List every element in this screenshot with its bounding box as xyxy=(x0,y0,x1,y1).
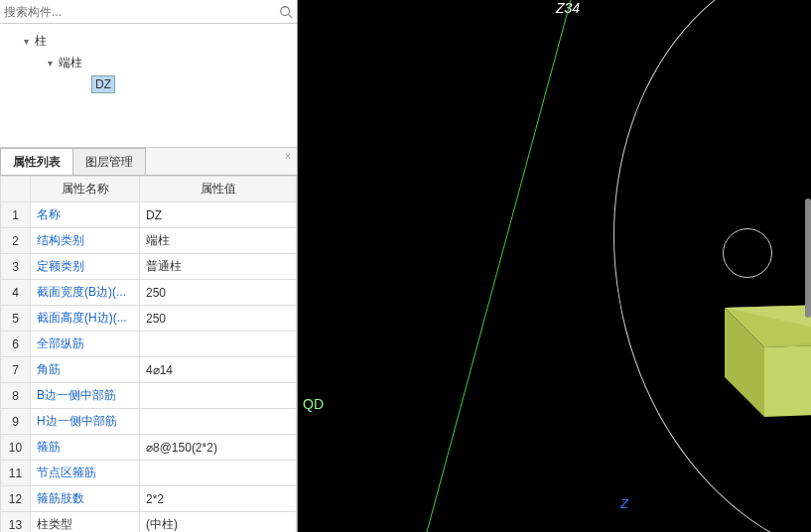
property-name[interactable]: 截面高度(H边)(... xyxy=(31,306,140,332)
property-name: 柱类型 xyxy=(31,512,140,533)
property-value[interactable]: 普通柱 xyxy=(140,254,297,280)
property-value[interactable] xyxy=(140,383,297,409)
properties-table-wrap: 属性名称 属性值 1名称DZ2结构类别端柱3定额类别普通柱4截面宽度(B边)(.… xyxy=(0,176,297,532)
row-index: 7 xyxy=(1,357,31,383)
table-row[interactable]: 1名称DZ xyxy=(1,202,297,228)
property-name[interactable]: 箍筋肢数 xyxy=(31,486,140,512)
left-panel: ▾柱▾端柱DZ × 属性列表 图层管理 属性名称 属性值 1名称DZ2结构类别端… xyxy=(0,0,298,532)
row-index: 6 xyxy=(1,332,31,357)
svg-marker-5 xyxy=(764,337,811,417)
3d-viewport[interactable]: Z34 QD Z xyxy=(298,0,811,532)
property-value[interactable]: 250 xyxy=(140,280,297,306)
property-value[interactable]: 2*2 xyxy=(140,486,297,512)
svg-line-1 xyxy=(289,14,293,18)
panel-tabs: 属性列表 图层管理 xyxy=(0,148,297,176)
property-name[interactable]: 箍筋 xyxy=(31,435,140,461)
tree-item[interactable]: DZ xyxy=(4,73,293,95)
close-icon[interactable]: × xyxy=(281,149,295,163)
tree-toggle-icon[interactable]: ▾ xyxy=(20,36,32,47)
viewport-scrollbar[interactable] xyxy=(805,199,811,318)
properties-table: 属性名称 属性值 1名称DZ2结构类别端柱3定额类别普通柱4截面宽度(B边)(.… xyxy=(0,176,297,532)
axis-label-z: Z xyxy=(620,496,628,511)
property-value[interactable]: (中柱) xyxy=(140,512,297,533)
search-icon[interactable] xyxy=(279,5,293,19)
property-value[interactable]: DZ xyxy=(140,202,297,228)
table-row[interactable]: 10箍筋⌀8@150(2*2) xyxy=(1,435,297,461)
property-value[interactable] xyxy=(140,332,297,357)
component-tree: ▾柱▾端柱DZ xyxy=(0,24,297,148)
svg-point-0 xyxy=(281,6,290,15)
property-name[interactable]: 结构类别 xyxy=(31,228,140,254)
table-row[interactable]: 2结构类别端柱 xyxy=(1,228,297,254)
row-index: 8 xyxy=(1,383,31,409)
table-row[interactable]: 7角筋4⌀14 xyxy=(1,357,297,383)
table-row[interactable]: 4截面宽度(B边)(...250 xyxy=(1,280,297,306)
svg-line-2 xyxy=(427,0,571,532)
property-name[interactable]: 名称 xyxy=(31,202,140,228)
row-index: 11 xyxy=(1,461,31,486)
table-row[interactable]: 8B边一侧中部筋 xyxy=(1,383,297,409)
search-input[interactable] xyxy=(4,5,279,19)
tab-properties[interactable]: 属性列表 xyxy=(0,148,73,175)
property-name[interactable]: H边一侧中部筋 xyxy=(31,409,140,435)
row-index: 10 xyxy=(1,435,31,461)
property-value[interactable]: ⌀8@150(2*2) xyxy=(140,435,297,461)
row-index: 9 xyxy=(1,409,31,435)
property-name[interactable]: 截面宽度(B边)(... xyxy=(31,280,140,306)
table-row[interactable]: 6全部纵筋 xyxy=(1,332,297,357)
row-index: 3 xyxy=(1,254,31,280)
property-value[interactable] xyxy=(140,461,297,486)
property-value[interactable]: 250 xyxy=(140,306,297,332)
row-index: 13 xyxy=(1,512,31,533)
col-index-header xyxy=(1,177,31,202)
foundation-slab xyxy=(715,288,811,457)
tree-toggle-icon[interactable]: ▾ xyxy=(44,58,56,68)
tree-item-label: DZ xyxy=(91,75,115,93)
property-name[interactable]: 全部纵筋 xyxy=(31,332,140,357)
property-name[interactable]: B边一侧中部筋 xyxy=(31,383,140,409)
table-row[interactable]: 12箍筋肢数2*2 xyxy=(1,486,297,512)
search-bar xyxy=(0,0,297,24)
table-row[interactable]: 11节点区箍筋 xyxy=(1,461,297,486)
row-index: 4 xyxy=(1,280,31,306)
table-row[interactable]: 3定额类别普通柱 xyxy=(1,254,297,280)
tree-item[interactable]: ▾柱 xyxy=(4,30,293,52)
property-value[interactable] xyxy=(140,409,297,435)
row-index: 12 xyxy=(1,486,31,512)
property-value[interactable]: 端柱 xyxy=(140,228,297,254)
table-row[interactable]: 5截面高度(H边)(...250 xyxy=(1,306,297,332)
tree-item-label: 端柱 xyxy=(56,54,85,72)
col-value-header: 属性值 xyxy=(140,177,297,202)
col-name-header: 属性名称 xyxy=(31,177,140,202)
table-row[interactable]: 13柱类型(中柱) xyxy=(1,512,297,533)
property-name[interactable]: 角筋 xyxy=(31,357,140,383)
row-index: 5 xyxy=(1,306,31,332)
tree-item-label: 柱 xyxy=(32,32,50,51)
property-value[interactable]: 4⌀14 xyxy=(140,357,297,383)
tab-layers[interactable]: 图层管理 xyxy=(72,148,146,175)
tree-item[interactable]: ▾端柱 xyxy=(4,52,293,73)
row-index: 1 xyxy=(1,202,31,228)
table-row[interactable]: 9H边一侧中部筋 xyxy=(1,409,297,435)
row-index: 2 xyxy=(1,228,31,254)
property-name[interactable]: 节点区箍筋 xyxy=(31,461,140,486)
property-name[interactable]: 定额类别 xyxy=(31,254,140,280)
